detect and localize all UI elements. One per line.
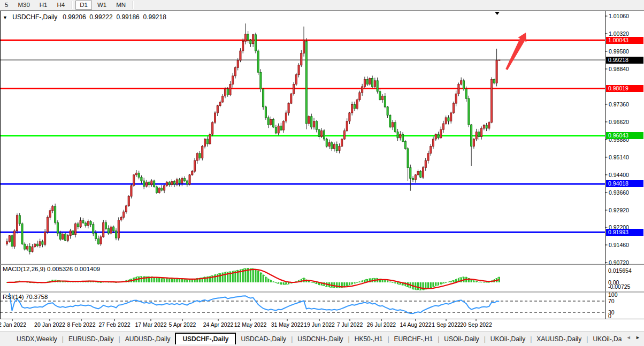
price-tick-label: 1.01060 bbox=[609, 13, 629, 19]
price-tick-label: 0.93660 bbox=[609, 189, 629, 196]
macd-panel-label: MACD(12,26,9) 0.005326 0.001409 bbox=[3, 266, 100, 272]
level-price-label: 1.00043 bbox=[606, 37, 643, 44]
period-button-mn[interactable]: MN bbox=[112, 1, 130, 10]
chart-tab-ukoil-da[interactable]: UKOil-,Da bbox=[588, 334, 626, 344]
period-button-5[interactable]: 5 bbox=[1, 1, 12, 10]
macd-axis-label: -0.00725 bbox=[608, 283, 630, 290]
period-button-h1[interactable]: H1 bbox=[35, 1, 52, 10]
level-price-label: 0.98019 bbox=[606, 85, 643, 92]
price-tick-label: 0.90720 bbox=[609, 259, 629, 266]
tab-scroll-arrows[interactable]: ◄ ► bbox=[626, 335, 642, 340]
one-click-trading-arrow-icon[interactable]: ▼ bbox=[3, 15, 7, 20]
macd-name: MACD(12,26,9) bbox=[3, 266, 45, 272]
price-tick-label: 0.98840 bbox=[609, 66, 629, 72]
chart-tab-usdcnh-daily[interactable]: USDCNH-,Daily bbox=[293, 334, 348, 344]
level-price-label: 0.91993 bbox=[606, 229, 643, 236]
tab-scroll-left-icon[interactable]: ◄ bbox=[626, 335, 633, 340]
rsi-layer bbox=[0, 293, 605, 313]
chart-tab-audusd-daily[interactable]: AUDUSD-,Daily bbox=[120, 334, 175, 344]
period-button-d1[interactable]: D1 bbox=[75, 1, 92, 10]
level-price-label: 0.96043 bbox=[606, 132, 643, 139]
toolbar-separator bbox=[133, 1, 134, 9]
candles-layer bbox=[6, 24, 500, 255]
rsi-axis-label: 100 bbox=[608, 291, 618, 298]
price-tick-label: 1.00320 bbox=[609, 30, 629, 37]
period-toolbar: 5M30H1H4D1W1MN bbox=[0, 0, 644, 11]
price-chart-canvas[interactable] bbox=[0, 0, 644, 346]
price-tick-label: 0.97360 bbox=[609, 101, 629, 107]
chart-tab-usdchf-daily[interactable]: USDCHF-,Daily bbox=[175, 333, 236, 344]
period-button-h4[interactable]: H4 bbox=[52, 1, 69, 10]
price-tick-label: 0.92920 bbox=[609, 207, 629, 213]
date-tick-label: 20 Sep 2022 bbox=[455, 321, 497, 328]
macd-values: 0.005326 0.001409 bbox=[47, 266, 100, 272]
toolbar-separator bbox=[72, 1, 73, 9]
price-tick-label: 0.91460 bbox=[609, 242, 629, 248]
trend-arrow-annotation bbox=[505, 33, 526, 70]
macd-axis-label: 0.015654 bbox=[608, 267, 632, 274]
chart-tab-eurchf-h1[interactable]: EURCHF-,H1 bbox=[389, 334, 438, 344]
chart-tab-hk50-h1[interactable]: HK50-,H1 bbox=[350, 334, 388, 344]
rsi-axis-label: 70 bbox=[608, 298, 615, 304]
level-price-label: 0.99218 bbox=[606, 57, 643, 64]
tab-scroll-right-icon[interactable]: ► bbox=[635, 335, 642, 340]
bar-high-value: 0.99222 bbox=[89, 13, 112, 21]
price-tick-label: 0.96620 bbox=[609, 119, 629, 125]
bar-open-value: 0.99206 bbox=[63, 13, 86, 21]
period-button-w1[interactable]: W1 bbox=[93, 1, 111, 10]
horizontal-level-lines bbox=[1, 40, 605, 232]
price-tick-label: 0.94400 bbox=[609, 172, 629, 178]
mt4-terminal-window: 5M30H1H4D1W1MN ▼ USDCHF-,Daily 0.99206 0… bbox=[0, 0, 644, 346]
chart-tab-usoil-daily[interactable]: USOil-,Daily bbox=[439, 334, 484, 344]
chart-title: ▼ USDCHF-,Daily 0.99206 0.99222 0.99186 … bbox=[3, 13, 166, 21]
period-button-m30[interactable]: M30 bbox=[13, 1, 34, 10]
price-tick-label: 0.99580 bbox=[609, 48, 629, 55]
chart-tab-xauusd-daily[interactable]: XAUUSD-,Daily bbox=[532, 334, 586, 344]
rsi-axis-label: 0 bbox=[608, 313, 611, 319]
date-tick-label: 12 May 2022 bbox=[229, 321, 272, 328]
chart-shift-marker-icon bbox=[495, 12, 500, 15]
chart-symbol-label: USDCHF-,Daily bbox=[12, 13, 57, 21]
level-price-label: 0.94018 bbox=[606, 180, 643, 187]
rsi-value: 70.3758 bbox=[26, 294, 48, 300]
price-tick-label: 0.95140 bbox=[609, 154, 629, 160]
chart-tab-bar: USDX,Weekly|EURUSD-,Daily|AUDUSD-,DailyU… bbox=[0, 332, 644, 346]
chart-tab-usdcad-daily[interactable]: USDCAD-,Daily bbox=[236, 334, 291, 344]
bar-close-value: 0.99218 bbox=[143, 13, 166, 21]
chart-tab-ukoil-daily[interactable]: UKOil-,Daily bbox=[486, 334, 530, 344]
rsi-panel-label: RSI(14) 70.3758 bbox=[3, 294, 48, 300]
bar-low-value: 0.99186 bbox=[116, 13, 139, 21]
rsi-name: RSI(14) bbox=[3, 294, 24, 300]
chart-tab-usdx-weekly[interactable]: USDX,Weekly bbox=[12, 334, 62, 344]
chart-tab-eurusd-daily[interactable]: EURUSD-,Daily bbox=[64, 334, 119, 344]
